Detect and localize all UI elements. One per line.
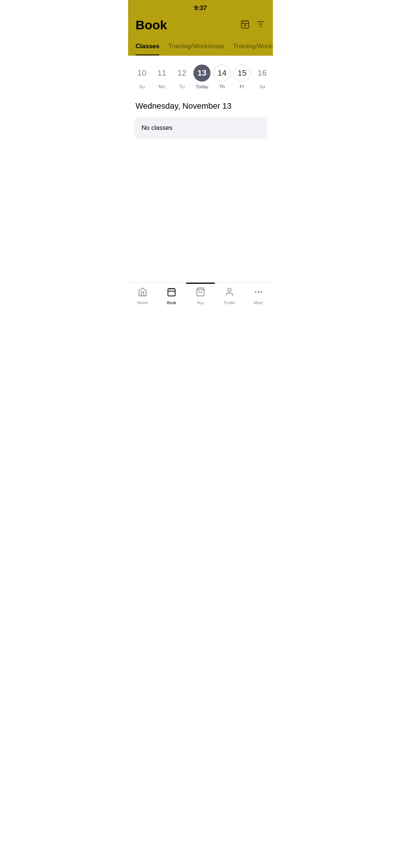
svg-rect-8 bbox=[168, 289, 175, 296]
day-number-14: 14 bbox=[213, 65, 231, 82]
day-name-15: Fr bbox=[240, 84, 244, 89]
more-icon bbox=[254, 287, 263, 299]
day-10[interactable]: 10 Su bbox=[133, 62, 151, 92]
day-name-13: Today bbox=[196, 84, 209, 89]
svg-point-14 bbox=[255, 291, 256, 293]
calendar-strip: 10 Su 11 Mo 12 Tu 13 Today 14 Th 15 Fr 1… bbox=[128, 56, 273, 98]
bottom-nav: Home Book Buy bbox=[128, 282, 273, 313]
day-number-15: 15 bbox=[234, 65, 251, 82]
header-actions bbox=[240, 19, 265, 31]
day-number-10: 10 bbox=[133, 65, 150, 82]
svg-point-4 bbox=[244, 24, 245, 26]
buy-icon bbox=[196, 287, 205, 299]
header: Book bbox=[128, 15, 273, 38]
tabs-bar: Classes Training/Workshops Training/Work… bbox=[128, 38, 273, 56]
book-icon bbox=[167, 287, 176, 299]
profile-label: Profile bbox=[224, 300, 235, 305]
date-heading: Wednesday, November 13 bbox=[128, 98, 273, 117]
calendar-icon[interactable] bbox=[240, 19, 250, 31]
day-number-11: 11 bbox=[153, 65, 170, 82]
svg-point-13 bbox=[228, 288, 231, 292]
day-12[interactable]: 12 Tu bbox=[173, 62, 191, 92]
home-label: Home bbox=[137, 300, 148, 305]
status-bar: 9:37 bbox=[128, 0, 273, 15]
profile-icon bbox=[225, 287, 234, 299]
svg-point-15 bbox=[258, 291, 259, 293]
day-name-16: Sa bbox=[259, 84, 265, 89]
no-classes-text: No classes bbox=[141, 124, 172, 131]
svg-point-16 bbox=[260, 291, 262, 293]
status-time: 9:37 bbox=[194, 4, 207, 12]
nav-book[interactable]: Book bbox=[157, 286, 186, 305]
nav-buy[interactable]: Buy bbox=[186, 286, 215, 305]
day-name-10: Su bbox=[139, 84, 145, 89]
day-13-today[interactable]: 13 Today bbox=[193, 62, 211, 92]
no-classes-card: No classes bbox=[134, 117, 267, 139]
day-number-16: 16 bbox=[254, 65, 271, 82]
day-14[interactable]: 14 Th bbox=[213, 62, 231, 92]
more-label: More bbox=[254, 300, 263, 305]
nav-more[interactable]: More bbox=[244, 286, 273, 305]
filter-icon[interactable] bbox=[256, 19, 265, 31]
day-number-13: 13 bbox=[193, 65, 211, 82]
home-icon bbox=[138, 287, 147, 299]
nav-profile[interactable]: Profile bbox=[215, 286, 244, 305]
page-title: Book bbox=[136, 18, 167, 32]
day-number-12: 12 bbox=[173, 65, 190, 82]
book-label: Book bbox=[167, 300, 176, 305]
day-15[interactable]: 15 Fr bbox=[233, 62, 251, 92]
buy-label: Buy bbox=[197, 300, 204, 305]
day-name-12: Tu bbox=[179, 84, 185, 89]
tab-training-workshops-1[interactable]: Training/Workshops bbox=[168, 38, 224, 55]
day-16[interactable]: 16 Sa bbox=[253, 62, 271, 92]
tab-training-workshops-2[interactable]: Training/Works... bbox=[233, 38, 273, 55]
day-11[interactable]: 11 Mo bbox=[153, 62, 171, 92]
day-name-11: Mo bbox=[159, 84, 165, 89]
tab-classes[interactable]: Classes bbox=[136, 38, 159, 55]
day-name-14: Th bbox=[219, 84, 225, 89]
nav-home[interactable]: Home bbox=[128, 286, 157, 305]
